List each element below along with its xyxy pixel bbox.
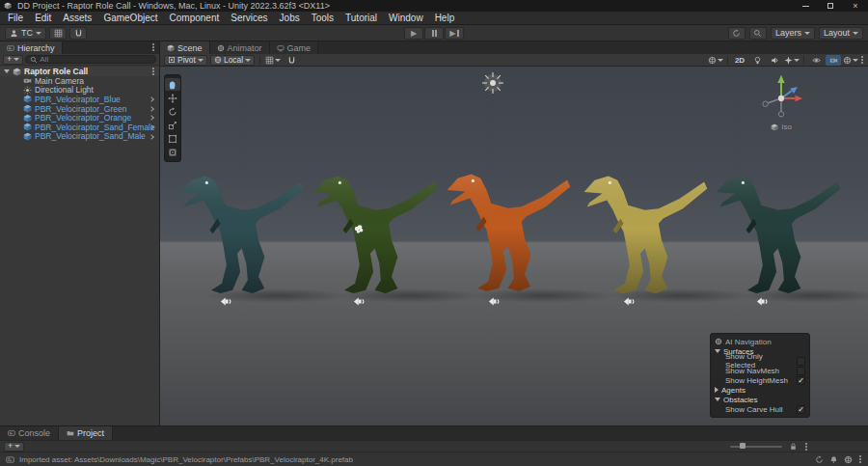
view-tool-button[interactable]	[165, 78, 180, 91]
tab-scene[interactable]: Scene	[160, 41, 210, 54]
ai-navigation-header[interactable]: AI Navigation	[715, 337, 805, 346]
lock-icon[interactable]	[789, 442, 798, 451]
menu-item-edit[interactable]: Edit	[29, 12, 57, 25]
minimize-button[interactable]	[793, 0, 818, 12]
hierarchy-search-field[interactable]	[25, 55, 156, 64]
hierarchy-item-main-camera[interactable]: Main Camera	[0, 76, 159, 86]
step-button[interactable]: ▶	[445, 27, 464, 40]
tab-game[interactable]: Game	[270, 41, 319, 54]
audio-source-gizmo-icon[interactable]	[488, 295, 501, 308]
obstacles-section[interactable]: Obstacles	[715, 395, 805, 404]
menu-item-file[interactable]: File	[2, 12, 29, 25]
scene-audio-toggle[interactable]	[767, 55, 782, 66]
scene-camera-settings-button[interactable]	[826, 55, 841, 66]
status-message[interactable]: Imported asset: Assets\Downloads\Magic\P…	[19, 455, 353, 464]
show-only-selected-row[interactable]: Show Only Selected	[715, 356, 805, 366]
refresh-icon[interactable]	[815, 455, 824, 464]
search-button[interactable]	[749, 27, 767, 40]
undo-history-button[interactable]	[728, 27, 746, 40]
orientation-gizmo[interactable]	[755, 70, 807, 123]
agents-section[interactable]: Agents	[715, 385, 805, 395]
audio-source-gizmo-icon[interactable]	[353, 295, 366, 308]
hierarchy-item-raptor-sand-male[interactable]: PBR_Velociraptor_Sand_Male	[0, 132, 159, 142]
scene-effects-dropdown[interactable]	[784, 55, 800, 66]
hierarchy-item-raptor-sand-female[interactable]: PBR_Velociraptor_Sand_Female	[0, 123, 159, 132]
layers-dropdown[interactable]: Layers	[771, 27, 815, 40]
audio-source-gizmo-icon[interactable]	[220, 295, 232, 308]
paint-splat-gizmo-icon[interactable]	[353, 224, 365, 235]
menu-item-component[interactable]: Component	[164, 12, 226, 25]
cache-server-icon[interactable]	[844, 455, 853, 464]
show-carve-hull-row[interactable]: Show Carve Hull ✓	[715, 404, 805, 414]
asset-zoom-slider[interactable]	[730, 446, 782, 448]
bell-icon[interactable]	[829, 455, 838, 464]
scene-viewport[interactable]: Iso AI Navigation Surfaces Show Only Sel…	[160, 67, 868, 425]
tab-animator[interactable]: Animator	[210, 41, 270, 54]
slider-knob[interactable]	[740, 443, 746, 449]
hierarchy-item-directional-light[interactable]: Directional Light	[0, 86, 159, 96]
layout-dropdown[interactable]: Layout	[819, 27, 863, 40]
menu-item-tutorial[interactable]: Tutorial	[339, 12, 383, 25]
prefab-open-chevron-icon[interactable]	[149, 106, 154, 112]
tab-console[interactable]: Console	[0, 426, 59, 440]
rotate-tool-button[interactable]	[165, 105, 180, 118]
scene-view-menu-icon[interactable]	[861, 59, 863, 61]
transform-tool-button[interactable]	[165, 146, 180, 158]
raptor-model-blue[interactable]	[179, 167, 309, 300]
snap-toggle-button[interactable]	[284, 55, 299, 66]
raptor-model-sand-male[interactable]	[716, 167, 845, 300]
scene-options-icon[interactable]	[152, 70, 154, 72]
audio-source-gizmo-icon[interactable]	[756, 295, 769, 308]
pause-button[interactable]	[424, 27, 444, 40]
rect-tool-button[interactable]	[165, 132, 180, 145]
prefab-open-chevron-icon[interactable]	[149, 96, 154, 102]
play-button[interactable]: ▶	[404, 27, 423, 40]
close-button[interactable]: ×	[843, 0, 868, 12]
menu-item-jobs[interactable]: Jobs	[274, 12, 306, 25]
gizmos-dropdown[interactable]	[843, 55, 858, 66]
shading-mode-dropdown[interactable]	[708, 55, 723, 66]
foldout-open-icon[interactable]	[715, 349, 720, 353]
hierarchy-item-raptor-blue[interactable]: PBR_Velociraptor_Blue	[0, 95, 159, 104]
version-control-button[interactable]: TC	[5, 27, 46, 40]
scale-tool-button[interactable]	[165, 119, 180, 131]
menu-item-tools[interactable]: Tools	[306, 12, 339, 25]
foldout-closed-icon[interactable]	[715, 387, 719, 393]
maximize-button[interactable]	[818, 0, 843, 12]
project-menu-icon[interactable]	[805, 446, 807, 448]
menu-item-window[interactable]: Window	[383, 12, 429, 25]
show-heightmesh-row[interactable]: Show HeightMesh ✓	[715, 375, 805, 385]
projection-mode-label[interactable]: Iso	[755, 123, 807, 131]
status-menu-icon[interactable]	[859, 458, 861, 460]
raptor-model-sand-female[interactable]	[583, 167, 712, 300]
hierarchy-item-raptor-green[interactable]: PBR_Velociraptor_Green	[0, 104, 159, 114]
menu-item-gameobject[interactable]: GameObject	[97, 12, 163, 25]
menu-item-services[interactable]: Services	[225, 12, 273, 25]
project-add-button[interactable]: +	[4, 442, 24, 452]
pivot-dropdown[interactable]: Pivot	[164, 55, 207, 66]
prefab-open-chevron-icon[interactable]	[149, 134, 154, 140]
create-object-button[interactable]: +	[3, 55, 23, 65]
2d-toggle-button[interactable]: 2D	[732, 55, 747, 66]
checkbox[interactable]	[797, 357, 805, 366]
panel-menu-icon[interactable]	[152, 46, 154, 48]
raptor-model-orange[interactable]	[446, 165, 575, 298]
move-tool-button[interactable]	[165, 92, 180, 104]
checkbox-checked[interactable]: ✓	[797, 405, 805, 414]
snap-settings-button[interactable]	[69, 27, 87, 40]
scene-visibility-toggle[interactable]	[808, 55, 824, 66]
checkbox-checked[interactable]: ✓	[797, 376, 805, 385]
tab-project[interactable]: Project	[59, 426, 113, 440]
menu-item-help[interactable]: Help	[429, 12, 461, 25]
hierarchy-item-raptor-orange[interactable]: PBR_Velociraptor_Orange	[0, 113, 159, 123]
grid-snap-button[interactable]	[49, 27, 67, 40]
audio-source-gizmo-icon[interactable]	[623, 295, 636, 308]
tab-hierarchy[interactable]: Hierarchy	[0, 41, 63, 54]
scene-header-row[interactable]: Raptor Role Call	[0, 67, 159, 76]
raptor-model-green[interactable]	[312, 167, 442, 300]
menu-item-assets[interactable]: Assets	[57, 12, 97, 25]
directional-light-gizmo-icon[interactable]	[480, 70, 505, 96]
search-input[interactable]	[40, 56, 151, 64]
local-dropdown[interactable]: Local	[210, 55, 255, 66]
foldout-open-icon[interactable]	[715, 397, 720, 401]
